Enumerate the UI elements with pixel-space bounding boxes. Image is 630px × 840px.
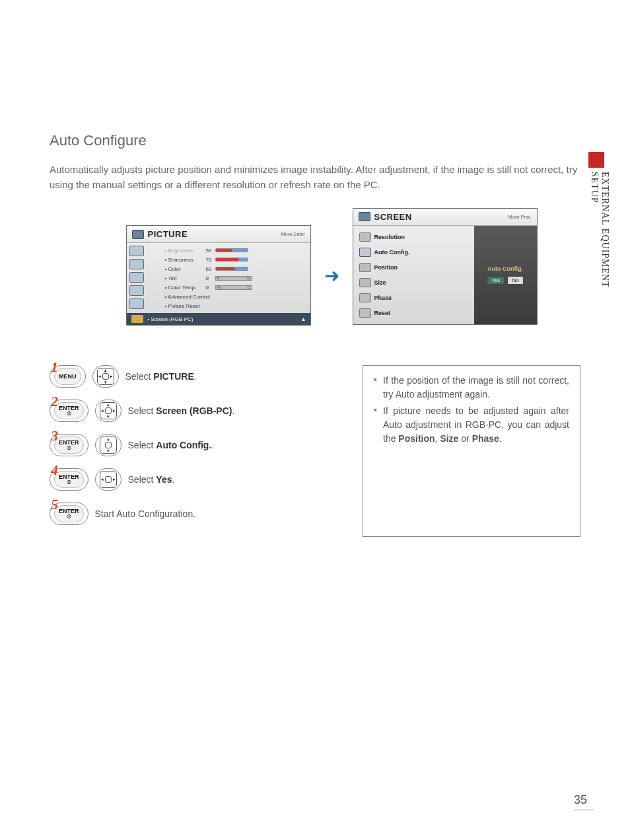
note-item: If picture needs to be adjusted again af… xyxy=(374,404,569,446)
step-number: 1 xyxy=(51,359,58,376)
picture-footer-label: • Screen (RGB-PC) xyxy=(148,316,193,322)
temp-slider-icon: WC xyxy=(215,285,252,290)
picture-icon xyxy=(132,230,144,239)
setting-label: • Tint xyxy=(165,275,206,281)
bold-text: Auto Config. xyxy=(156,440,211,450)
screen-icon xyxy=(359,212,370,221)
picture-footer-selected: • Screen (RGB-PC) ▲ xyxy=(127,313,310,325)
side-tab-label: EXTERNAL EQUIPMENT SETUP xyxy=(589,172,610,317)
setting-label: • Color xyxy=(165,266,206,272)
item-label: Position xyxy=(374,264,398,271)
side-tab: EXTERNAL EQUIPMENT SETUP xyxy=(589,152,604,297)
bold-text: Yes xyxy=(156,474,172,485)
resolution-icon xyxy=(359,232,371,242)
setting-row: • Tint 0 RG xyxy=(165,273,306,283)
osd-menu-icon xyxy=(129,246,144,256)
tint-slider-icon: RG xyxy=(215,276,252,281)
reset-icon xyxy=(359,308,371,318)
text: . xyxy=(194,371,197,382)
osd-menu-icon xyxy=(131,314,144,324)
slider-icon xyxy=(215,258,248,262)
osd-menu-icon xyxy=(129,285,144,296)
scroll-up-icon: ▲ xyxy=(301,316,306,322)
setting-row: • Advanced Control xyxy=(165,292,306,301)
enter-button-icon: ENTER⦿ xyxy=(54,471,84,488)
dpad-leftright-icon: ◂▸ xyxy=(100,471,117,488)
bold-text: Phase xyxy=(472,433,499,444)
slider-icon xyxy=(215,248,248,252)
screen-list: Resolution Auto Config. Position Size Ph… xyxy=(357,231,474,319)
osd-menu-icon xyxy=(129,259,144,269)
section-title: Auto Configure xyxy=(50,132,580,149)
setting-row: • Brightness 50 xyxy=(165,246,306,255)
osd-menu-icon xyxy=(129,298,144,309)
notes-box: If the position of the image is still no… xyxy=(363,365,580,537)
setting-value: 0 xyxy=(206,275,215,281)
step: 1 MENU ▴▾ ◂▸ Select PICTURE. xyxy=(50,365,336,388)
text: Select xyxy=(128,474,157,485)
autoconfig-label: Auto Config. xyxy=(487,265,523,272)
bold-text: Position xyxy=(398,433,435,444)
setting-row: • Color Temp. 0 WC xyxy=(165,283,306,292)
side-tab-marker xyxy=(588,152,604,168)
step-number: 3 xyxy=(51,427,58,444)
setting-label: • Advanced Control xyxy=(165,294,210,300)
enter-button-icon: ENTER⦿ xyxy=(54,402,84,419)
picture-title: PICTURE xyxy=(148,229,188,239)
dpad-full-icon: ▴▾ ◂▸ xyxy=(100,402,117,419)
item-label: Resolution xyxy=(374,234,405,240)
text: Select xyxy=(128,405,157,416)
step: 5 ENTER⦿ Start Auto Configuration. xyxy=(50,503,336,525)
step: 3 ENTER⦿ ▴▾ Select Auto Config.. xyxy=(50,434,336,456)
text: or xyxy=(458,433,472,444)
bold-text: Screen (RGB-PC) xyxy=(156,405,232,416)
screen-item: Reset xyxy=(357,307,474,319)
dpad-updown-icon: ▴▾ xyxy=(100,437,117,454)
setting-label: • Brightness xyxy=(165,248,206,254)
setting-row: • Sharpness 70 xyxy=(165,255,306,264)
page-number: 35 xyxy=(574,793,594,810)
step: 2 ENTER⦿ ▴▾ ◂▸ Select Screen (RGB-PC). xyxy=(50,400,336,422)
item-label: Auto Config. xyxy=(374,249,410,256)
autoconfig-icon xyxy=(359,248,371,257)
text: Start Auto Configuration. xyxy=(95,508,196,519)
size-icon xyxy=(359,278,371,287)
step-number: 4 xyxy=(51,462,58,479)
no-button[interactable]: No xyxy=(507,276,523,285)
bold-text: Size xyxy=(440,433,458,444)
item-label: Phase xyxy=(374,295,392,301)
menu-button-icon: MENU xyxy=(54,368,81,385)
step: 4 ENTER⦿ ◂▸ Select Yes. xyxy=(50,468,336,491)
text: . xyxy=(232,405,234,416)
screen-item: Phase xyxy=(357,292,474,304)
setting-row: • Color 60 xyxy=(165,264,306,273)
enter-button-icon: ENTER⦿ xyxy=(54,437,84,454)
step-number: 5 xyxy=(51,496,58,513)
note-item: If the position of the image is still no… xyxy=(374,374,569,402)
screen-osd: SCREEN Move Prev. Resolution Auto Config… xyxy=(353,208,538,325)
slider-icon xyxy=(215,267,248,271)
step-number: 2 xyxy=(51,393,58,410)
position-icon xyxy=(359,263,371,272)
screen-item: Resolution xyxy=(357,231,474,243)
screen-item: Size xyxy=(357,277,474,289)
picture-settings-list: • Brightness 50 • Sharpness 70 • Color 6… xyxy=(145,246,306,310)
text: Select xyxy=(125,371,154,382)
picture-osd: PICTURE Move Enter • Brightness 50 xyxy=(126,225,311,326)
enter-button-icon: ENTER⦿ xyxy=(54,505,84,522)
text: Select xyxy=(128,440,157,450)
step-desc: Start Auto Configuration. xyxy=(95,508,196,519)
bold-text: PICTURE xyxy=(153,371,193,382)
step-desc: Select Auto Config.. xyxy=(128,440,215,450)
item-label: Reset xyxy=(374,310,391,316)
yes-button[interactable]: Yes xyxy=(487,276,505,285)
section-intro: Automatically adjusts picture position a… xyxy=(50,162,580,192)
screen-right-panel: Auto Config. Yes No xyxy=(474,226,537,324)
text: . xyxy=(211,440,214,450)
arrow-right-icon: ➜ xyxy=(324,265,339,287)
screen-hints: Move Prev. xyxy=(508,215,532,219)
steps-list: 1 MENU ▴▾ ◂▸ Select PICTURE. 2 xyxy=(50,365,336,537)
screen-title: SCREEN xyxy=(374,212,412,222)
step-desc: Select Yes. xyxy=(128,474,175,485)
step-desc: Select PICTURE. xyxy=(125,371,197,382)
